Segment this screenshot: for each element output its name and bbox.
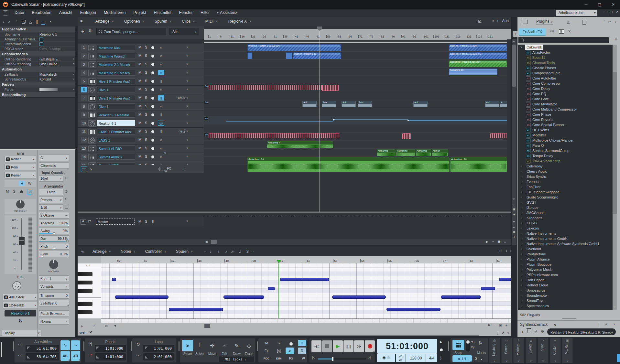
track-number[interactable]: 13 bbox=[81, 145, 87, 151]
plugin-vendor[interactable]: ›Soundemote bbox=[518, 293, 613, 298]
checkbox[interactable] bbox=[39, 42, 43, 46]
chevron-collapsed-icon[interactable]: › bbox=[521, 215, 522, 220]
prop-value[interactable]: Musikalisch▾ bbox=[38, 72, 75, 77]
plugin-vendor[interactable]: ›Polyverse Music bbox=[518, 267, 613, 272]
clip[interactable] bbox=[209, 133, 340, 138]
go-to-start-icon[interactable]: |< bbox=[312, 356, 315, 359]
plugin-item[interactable]: FXClassic Phaser bbox=[518, 65, 613, 70]
prv-zoom-out-icon[interactable]: − bbox=[494, 323, 496, 327]
select-clip-filter-button[interactable]: 〜 bbox=[71, 340, 80, 350]
record-arm-button[interactable] bbox=[151, 113, 154, 116]
plugin-vendor[interactable]: ›iZotope bbox=[518, 205, 613, 210]
track-name[interactable]: LABS 1 bbox=[97, 137, 135, 143]
module-mix-rcl[interactable]: ▣Mix Rcl∨ bbox=[562, 337, 573, 363]
arp-range-stepper[interactable]: 2 Oktave ◂▸ bbox=[39, 212, 69, 219]
record-arm-button[interactable] bbox=[151, 122, 154, 125]
midi-note[interactable] bbox=[386, 308, 441, 311]
back-icon[interactable]: ‹ bbox=[3, 19, 4, 24]
menu-hilfe[interactable]: Hilfe bbox=[197, 9, 212, 17]
track-number[interactable]: 7 bbox=[81, 95, 87, 101]
note-quarter-icon[interactable]: ♩ bbox=[217, 249, 221, 254]
prop-row[interactable]: SpurnameReaktor 6 1 bbox=[0, 32, 75, 37]
param-handle[interactable] bbox=[53, 248, 55, 250]
mute-button[interactable]: M bbox=[138, 112, 141, 116]
clip[interactable]: Aufnah bbox=[432, 149, 448, 156]
arp-param-dur[interactable]: Dur99.5% bbox=[39, 235, 69, 242]
record-arm-button[interactable] bbox=[20, 190, 23, 193]
arp-direction-dropdown[interactable]: Vorwärts∨ bbox=[39, 283, 69, 290]
prv-play-icon[interactable]: ▶ bbox=[488, 323, 491, 327]
iq-power-icon[interactable]: ⊙ bbox=[65, 176, 68, 180]
display-dropdown[interactable]: Display∨ bbox=[2, 330, 41, 336]
plugin-item[interactable]: FXChannel Tools bbox=[518, 60, 613, 65]
chevron-collapsed-icon[interactable]: › bbox=[521, 195, 522, 200]
plugin-item[interactable]: FXCore EQ bbox=[518, 91, 613, 96]
track-expand-chevron[interactable]: ∨ bbox=[186, 54, 188, 57]
chevron-collapsed-icon[interactable]: › bbox=[521, 303, 522, 308]
browser-collapse-icon[interactable]: › bbox=[615, 19, 616, 24]
dock-monitor-button[interactable]: ∩ bbox=[298, 340, 306, 346]
read-automation-button[interactable]: R bbox=[19, 181, 25, 186]
record-arm-button[interactable] bbox=[151, 88, 154, 91]
track-expand-chevron[interactable]: ∨ bbox=[186, 71, 188, 74]
midi-note[interactable] bbox=[115, 295, 169, 299]
midi-channel-value[interactable]: 10 bbox=[5, 318, 36, 322]
midi-note[interactable] bbox=[441, 295, 481, 299]
solo-button[interactable]: S bbox=[145, 138, 147, 142]
clips-pane[interactable]: 96969696Wool Kit - Pattern 1 11 128 (34)… bbox=[204, 44, 507, 173]
track-expand-chevron[interactable]: ∨ bbox=[186, 46, 188, 49]
solo-button[interactable]: S bbox=[145, 121, 147, 125]
solo-button[interactable]: S bbox=[145, 129, 147, 133]
open-in-new-icon[interactable]: ↗ bbox=[7, 19, 11, 24]
track-expand-chevron[interactable]: ∨ bbox=[186, 62, 188, 66]
record-arm-button[interactable] bbox=[151, 55, 154, 58]
prv-hscroll-thumb[interactable] bbox=[204, 324, 210, 328]
prv-kebab-icon[interactable]: ⋮ bbox=[495, 331, 499, 335]
menu-fenster[interactable]: Fenster bbox=[175, 9, 196, 17]
notes-tab-icon[interactable] bbox=[582, 20, 586, 25]
track-row-12[interactable]: 12LABS 1MS∩∨ bbox=[78, 136, 204, 145]
snap-dot[interactable]: . bbox=[481, 356, 482, 361]
rack-delete-icon[interactable] bbox=[527, 329, 531, 333]
arp-channel-dropdown[interactable]: Kan.: 1∨ bbox=[39, 275, 69, 282]
checkbox[interactable] bbox=[39, 37, 43, 41]
midi-note[interactable] bbox=[268, 287, 275, 290]
scroll-down-icon[interactable]: ▼ bbox=[513, 198, 515, 201]
clip-lane-7[interactable] bbox=[204, 92, 507, 100]
chevron-collapsed-icon[interactable]: › bbox=[521, 257, 522, 262]
track-number[interactable]: 2 bbox=[81, 53, 87, 59]
phones-monitor-button[interactable]: ∩ bbox=[158, 53, 164, 59]
punch-in-field[interactable]: 1:01:000 bbox=[95, 345, 126, 352]
chevron-collapsed-icon[interactable]: › bbox=[521, 267, 522, 272]
prv-ruler[interactable]: 454647484950515253545556575859 bbox=[101, 256, 511, 264]
scroll-left-icon[interactable]: ◀ bbox=[205, 240, 208, 243]
prop-row[interactable]: PDC-Latenz0 ms, 0 sampl... bbox=[0, 47, 75, 51]
punch-in-icon[interactable]: |•| bbox=[86, 342, 94, 346]
plugin-vendor[interactable]: ›Native Instruments Software Synthesis G… bbox=[518, 241, 613, 246]
crossfade-state[interactable]: Aus bbox=[502, 19, 509, 23]
record-arm-button[interactable] bbox=[151, 46, 154, 49]
duplicate-track-icon[interactable]: ⧉ bbox=[89, 28, 92, 33]
record-arm-button[interactable] bbox=[151, 71, 154, 74]
zoom-in-icon[interactable]: ＋ bbox=[503, 240, 506, 244]
clip[interactable]: Aufr bbox=[322, 101, 336, 107]
select-to-field[interactable]: 58:04:706 bbox=[26, 353, 59, 360]
clip[interactable] bbox=[490, 133, 507, 138]
select-ruler-ab-button[interactable]: AB bbox=[71, 351, 80, 361]
plugin-vendor[interactable]: ›FabFilter bbox=[518, 184, 613, 189]
master-mute-button[interactable]: M bbox=[138, 219, 141, 223]
prop-row[interactable]: ZeitbasisMusikalisch▾ bbox=[0, 72, 75, 77]
plugin-item[interactable]: FXCore Multiband Compressor bbox=[518, 107, 613, 112]
midi-fx-filter-icon[interactable]: ᴍᴅɪ bbox=[550, 30, 554, 32]
chevron-collapsed-icon[interactable]: › bbox=[521, 184, 522, 189]
note-thirtysecond-icon[interactable]: ♬ bbox=[239, 249, 243, 254]
tool-smart-button[interactable]: ➤ bbox=[182, 340, 193, 351]
punch-record-icon[interactable]: ⸬• bbox=[86, 353, 94, 357]
snap-count[interactable]: 3 bbox=[475, 356, 477, 361]
record-button[interactable] bbox=[365, 340, 375, 352]
clip[interactable] bbox=[209, 85, 338, 90]
solo-button[interactable]: S bbox=[145, 155, 147, 158]
clock-icon[interactable]: ◔ bbox=[49, 19, 51, 24]
clip[interactable]: Aufr bbox=[342, 101, 356, 107]
track-name[interactable]: Summit AUDIO bbox=[97, 145, 135, 151]
